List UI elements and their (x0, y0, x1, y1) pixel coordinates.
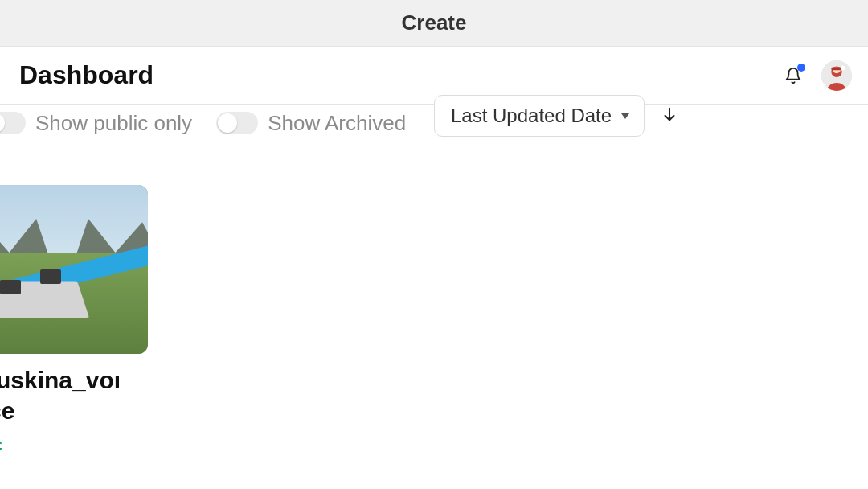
sort-select-label: Last Updated Date (451, 105, 612, 127)
tab-create[interactable]: Create (402, 10, 467, 35)
toggle-label-public-only: Show public only (35, 113, 192, 134)
filters-row: Show public only Show Archived Last Upda… (0, 101, 868, 145)
svg-rect-3 (831, 67, 841, 70)
chevron-down-icon (621, 113, 629, 119)
notifications-button[interactable] (783, 65, 804, 86)
experience-title: abuskina_voı lace (0, 365, 148, 425)
toggle-show-public-only[interactable] (0, 112, 26, 134)
sort-group: Last Updated Date (434, 95, 680, 137)
filter-show-archived: Show Archived (216, 112, 406, 134)
avatar[interactable] (821, 60, 852, 91)
toggle-knob-icon (218, 113, 237, 133)
notification-dot (797, 64, 805, 72)
experience-card[interactable]: abuskina_voı lace ıblic (0, 185, 148, 456)
top-tab-bar: Create (0, 0, 868, 47)
svg-point-4 (841, 65, 845, 70)
experience-thumbnail (0, 185, 148, 354)
filter-toggles: Show public only Show Archived (0, 112, 406, 134)
experiences-grid: abuskina_voı lace ıblic (0, 145, 868, 456)
page-title: Dashboard (19, 60, 154, 90)
toggle-knob-icon (0, 113, 5, 133)
arrow-down-icon (661, 105, 678, 126)
header-actions (783, 60, 852, 91)
toggle-label-archived: Show Archived (268, 113, 406, 134)
filter-show-public-only: Show public only (0, 112, 192, 134)
sort-select[interactable]: Last Updated Date (434, 95, 645, 137)
sort-direction-button[interactable] (659, 105, 680, 126)
experience-status-badge: ıblic (0, 434, 148, 456)
toggle-show-archived[interactable] (216, 112, 258, 134)
